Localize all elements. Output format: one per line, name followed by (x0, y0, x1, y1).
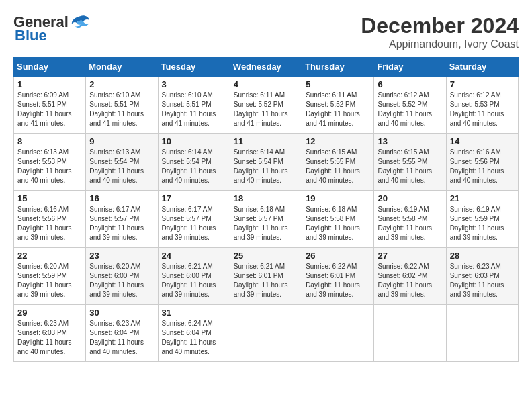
day-info: Sunrise: 6:15 AM Sunset: 5:55 PM Dayligh… (306, 148, 370, 185)
calendar-day-cell: 18 Sunrise: 6:18 AM Sunset: 5:57 PM Dayl… (230, 191, 302, 248)
day-info: Sunrise: 6:19 AM Sunset: 5:59 PM Dayligh… (450, 205, 515, 242)
logo-text-blue: Blue (15, 27, 47, 44)
day-info: Sunrise: 6:11 AM Sunset: 5:52 PM Dayligh… (306, 91, 370, 128)
day-number: 17 (162, 193, 226, 203)
day-info: Sunrise: 6:11 AM Sunset: 5:52 PM Dayligh… (234, 91, 298, 128)
day-number: 22 (17, 250, 82, 261)
calendar-day-cell: 31 Sunrise: 6:24 AM Sunset: 6:04 PM Dayl… (158, 305, 230, 362)
calendar-day-cell: 6 Sunrise: 6:12 AM Sunset: 5:52 PM Dayli… (374, 77, 446, 134)
calendar-day-cell: 24 Sunrise: 6:21 AM Sunset: 6:00 PM Dayl… (158, 248, 230, 305)
day-info: Sunrise: 6:23 AM Sunset: 6:03 PM Dayligh… (450, 262, 515, 300)
calendar-day-cell (446, 305, 518, 362)
day-info: Sunrise: 6:13 AM Sunset: 5:54 PM Dayligh… (89, 148, 154, 185)
calendar-day-cell: 10 Sunrise: 6:14 AM Sunset: 5:54 PM Dayl… (158, 134, 230, 191)
day-number: 1 (17, 79, 82, 89)
day-info: Sunrise: 6:17 AM Sunset: 5:57 PM Dayligh… (89, 205, 154, 242)
calendar-day-cell: 14 Sunrise: 6:16 AM Sunset: 5:56 PM Dayl… (446, 134, 518, 191)
calendar-day-header: Sunday (14, 58, 86, 77)
calendar-day-cell: 17 Sunrise: 6:17 AM Sunset: 5:57 PM Dayl… (158, 191, 230, 248)
day-info: Sunrise: 6:23 AM Sunset: 6:04 PM Dayligh… (89, 319, 154, 357)
calendar-day-cell: 11 Sunrise: 6:14 AM Sunset: 5:54 PM Dayl… (230, 134, 302, 191)
page-header: General Blue December 2024 Appimandoum, … (13, 13, 519, 50)
calendar-day-cell: 15 Sunrise: 6:16 AM Sunset: 5:56 PM Dayl… (14, 191, 86, 248)
day-info: Sunrise: 6:09 AM Sunset: 5:51 PM Dayligh… (17, 91, 82, 128)
day-number: 23 (89, 250, 154, 261)
day-number: 25 (234, 250, 298, 261)
calendar-day-cell: 25 Sunrise: 6:21 AM Sunset: 6:01 PM Dayl… (230, 248, 302, 305)
calendar-week-row: 1 Sunrise: 6:09 AM Sunset: 5:51 PM Dayli… (14, 77, 519, 134)
day-number: 27 (378, 250, 442, 261)
day-number: 20 (378, 193, 442, 203)
calendar-day-cell: 28 Sunrise: 6:23 AM Sunset: 6:03 PM Dayl… (446, 248, 518, 305)
day-number: 19 (306, 193, 370, 203)
day-info: Sunrise: 6:22 AM Sunset: 6:01 PM Dayligh… (306, 262, 370, 300)
calendar-day-cell: 4 Sunrise: 6:11 AM Sunset: 5:52 PM Dayli… (230, 77, 302, 134)
day-number: 5 (306, 79, 370, 89)
day-info: Sunrise: 6:17 AM Sunset: 5:57 PM Dayligh… (162, 205, 226, 242)
day-info: Sunrise: 6:14 AM Sunset: 5:54 PM Dayligh… (162, 148, 226, 185)
day-number: 21 (450, 193, 515, 203)
calendar-day-header: Saturday (446, 58, 518, 77)
calendar-week-row: 29 Sunrise: 6:23 AM Sunset: 6:03 PM Dayl… (14, 305, 519, 362)
day-info: Sunrise: 6:18 AM Sunset: 5:58 PM Dayligh… (306, 205, 370, 242)
day-number: 3 (162, 79, 226, 89)
calendar-day-cell: 19 Sunrise: 6:18 AM Sunset: 5:58 PM Dayl… (302, 191, 374, 248)
day-info: Sunrise: 6:24 AM Sunset: 6:04 PM Dayligh… (162, 319, 226, 357)
calendar-day-cell: 20 Sunrise: 6:19 AM Sunset: 5:58 PM Dayl… (374, 191, 446, 248)
day-info: Sunrise: 6:16 AM Sunset: 5:56 PM Dayligh… (17, 205, 82, 242)
calendar-day-cell: 23 Sunrise: 6:20 AM Sunset: 6:00 PM Dayl… (86, 248, 158, 305)
calendar-day-cell: 29 Sunrise: 6:23 AM Sunset: 6:03 PM Dayl… (14, 305, 86, 362)
calendar-day-cell: 2 Sunrise: 6:10 AM Sunset: 5:51 PM Dayli… (86, 77, 158, 134)
day-number: 30 (89, 308, 154, 318)
calendar-day-cell: 12 Sunrise: 6:15 AM Sunset: 5:55 PM Dayl… (302, 134, 374, 191)
day-number: 14 (450, 136, 515, 146)
day-info: Sunrise: 6:20 AM Sunset: 5:59 PM Dayligh… (17, 262, 82, 300)
day-info: Sunrise: 6:12 AM Sunset: 5:53 PM Dayligh… (450, 91, 515, 128)
calendar-day-cell: 30 Sunrise: 6:23 AM Sunset: 6:04 PM Dayl… (86, 305, 158, 362)
day-info: Sunrise: 6:21 AM Sunset: 6:01 PM Dayligh… (234, 262, 298, 300)
day-number: 7 (450, 79, 515, 89)
month-title: December 2024 (361, 13, 519, 38)
calendar-day-cell: 9 Sunrise: 6:13 AM Sunset: 5:54 PM Dayli… (86, 134, 158, 191)
day-number: 31 (162, 308, 226, 318)
logo-bird-icon (71, 15, 90, 30)
day-number: 9 (89, 136, 154, 146)
day-number: 15 (17, 193, 82, 203)
day-info: Sunrise: 6:21 AM Sunset: 6:00 PM Dayligh… (162, 262, 226, 300)
day-info: Sunrise: 6:15 AM Sunset: 5:55 PM Dayligh… (378, 148, 442, 185)
logo: General Blue (13, 13, 90, 44)
calendar-table: SundayMondayTuesdayWednesdayThursdayFrid… (13, 57, 519, 362)
day-info: Sunrise: 6:10 AM Sunset: 5:51 PM Dayligh… (89, 91, 154, 128)
calendar-header-row: SundayMondayTuesdayWednesdayThursdayFrid… (14, 58, 519, 77)
calendar-day-cell: 8 Sunrise: 6:13 AM Sunset: 5:53 PM Dayli… (14, 134, 86, 191)
calendar-week-row: 15 Sunrise: 6:16 AM Sunset: 5:56 PM Dayl… (14, 191, 519, 248)
calendar-day-cell: 21 Sunrise: 6:19 AM Sunset: 5:59 PM Dayl… (446, 191, 518, 248)
calendar-day-cell: 3 Sunrise: 6:10 AM Sunset: 5:51 PM Dayli… (158, 77, 230, 134)
day-number: 28 (450, 250, 515, 261)
day-number: 4 (234, 79, 298, 89)
calendar-week-row: 8 Sunrise: 6:13 AM Sunset: 5:53 PM Dayli… (14, 134, 519, 191)
day-number: 6 (378, 79, 442, 89)
calendar-day-cell: 1 Sunrise: 6:09 AM Sunset: 5:51 PM Dayli… (14, 77, 86, 134)
calendar-day-header: Tuesday (158, 58, 230, 77)
calendar-day-header: Monday (86, 58, 158, 77)
day-number: 12 (306, 136, 370, 146)
day-info: Sunrise: 6:12 AM Sunset: 5:52 PM Dayligh… (378, 91, 442, 128)
day-number: 8 (17, 136, 82, 146)
day-number: 24 (162, 250, 226, 261)
day-number: 2 (89, 79, 154, 89)
day-info: Sunrise: 6:23 AM Sunset: 6:03 PM Dayligh… (17, 319, 82, 357)
day-info: Sunrise: 6:10 AM Sunset: 5:51 PM Dayligh… (162, 91, 226, 128)
day-number: 10 (162, 136, 226, 146)
day-info: Sunrise: 6:20 AM Sunset: 6:00 PM Dayligh… (89, 262, 154, 300)
calendar-day-header: Wednesday (230, 58, 302, 77)
calendar-day-header: Friday (374, 58, 446, 77)
calendar-day-cell: 27 Sunrise: 6:22 AM Sunset: 6:02 PM Dayl… (374, 248, 446, 305)
calendar-day-cell: 13 Sunrise: 6:15 AM Sunset: 5:55 PM Dayl… (374, 134, 446, 191)
day-info: Sunrise: 6:19 AM Sunset: 5:58 PM Dayligh… (378, 205, 442, 242)
day-number: 11 (234, 136, 298, 146)
day-number: 16 (89, 193, 154, 203)
calendar-day-cell: 26 Sunrise: 6:22 AM Sunset: 6:01 PM Dayl… (302, 248, 374, 305)
day-number: 18 (234, 193, 298, 203)
day-info: Sunrise: 6:18 AM Sunset: 5:57 PM Dayligh… (234, 205, 298, 242)
